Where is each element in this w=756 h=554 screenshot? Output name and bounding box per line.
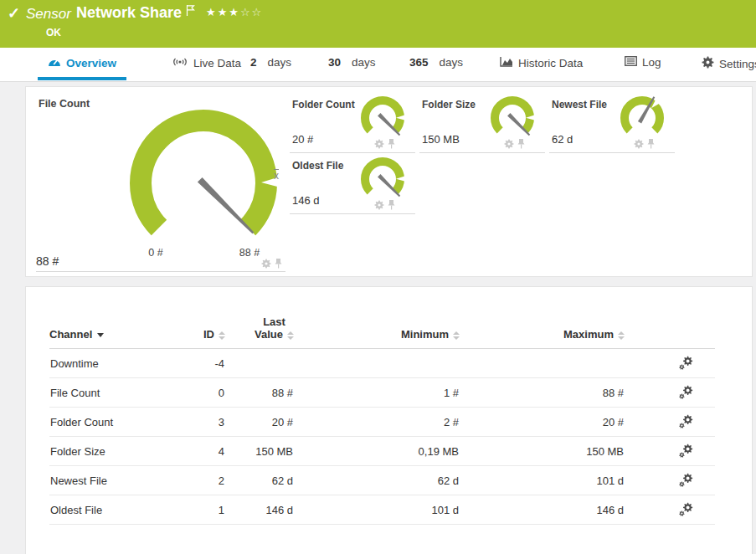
- tab-label: days: [352, 56, 376, 69]
- mini-gauge-dial: [356, 93, 409, 143]
- gauge-settings-gear-icon[interactable]: [261, 257, 271, 272]
- tab-days[interactable]: 2days: [250, 56, 291, 69]
- mini-gauge-value: 20 #: [292, 133, 313, 146]
- channel-minimum: 101 d: [294, 495, 460, 525]
- tab-label: days: [268, 56, 292, 69]
- channel-table-panel: Channel ID Last Value Minimum Maximum Do…: [25, 286, 753, 554]
- tab-overview[interactable]: Overview: [48, 56, 116, 69]
- table-row: Newest File262 d62 d101 d: [49, 466, 715, 495]
- priority-stars[interactable]: ★★★☆☆: [206, 6, 263, 18]
- channel-name: File Count: [49, 378, 175, 408]
- channel-minimum: 1 #: [294, 378, 460, 408]
- channel-actions-cell: [625, 466, 715, 495]
- channel-id: 1: [175, 495, 225, 525]
- channel-name: Newest File: [49, 466, 175, 495]
- channel-settings-icon[interactable]: [678, 356, 693, 368]
- log-icon: [625, 56, 637, 69]
- tab-label: Live Data: [193, 57, 241, 69]
- channel-settings-icon[interactable]: [678, 473, 693, 485]
- primary-gauge-value: 88 #: [36, 254, 59, 268]
- channel-id: 0: [175, 378, 225, 408]
- channel-last-value: 146 d: [225, 495, 294, 525]
- channel-id: -4: [175, 349, 225, 378]
- gauge-settings-gear-icon[interactable]: [374, 198, 384, 213]
- pin-icon[interactable]: [275, 257, 282, 272]
- sort-icon: [453, 331, 460, 340]
- tab-log[interactable]: Log: [625, 56, 661, 69]
- channel-settings-icon[interactable]: [678, 385, 693, 398]
- channel-name: Downtime: [49, 349, 175, 378]
- tab-days[interactable]: 365days: [409, 56, 463, 69]
- sort-header-maximum[interactable]: Maximum: [460, 315, 625, 349]
- tab-live-data[interactable]: Live Data: [172, 56, 241, 70]
- ok-check-icon: ✓: [8, 4, 20, 23]
- sort-icon: [618, 331, 625, 340]
- channel-actions-cell: [625, 495, 715, 525]
- tab-settings[interactable]: Settings: [702, 56, 756, 71]
- sort-header-id[interactable]: ID: [175, 315, 225, 349]
- channel-settings-icon[interactable]: [678, 502, 693, 515]
- mini-gauge-value: 146 d: [292, 194, 320, 207]
- file-count-gauge: [120, 97, 287, 264]
- flag-icon[interactable]: [186, 4, 195, 20]
- mini-gauge-dial: [486, 93, 539, 143]
- channel-actions-cell: [625, 378, 715, 408]
- channel-settings-icon[interactable]: [678, 444, 693, 456]
- channel-id: 2: [175, 466, 225, 495]
- table-row: Folder Count320 #2 #20 #: [49, 408, 715, 437]
- divider: [36, 271, 285, 272]
- sort-header-minimum[interactable]: Minimum: [294, 315, 460, 349]
- gauge-settings-gear-icon[interactable]: [634, 137, 644, 152]
- channel-last-value: 20 #: [225, 408, 294, 437]
- channel-id: 3: [175, 408, 225, 437]
- sort-header-last-value[interactable]: Last Value: [225, 315, 294, 349]
- tab-days[interactable]: 30days: [328, 56, 376, 69]
- pin-icon[interactable]: [388, 198, 395, 213]
- channel-maximum: 150 MB: [460, 437, 625, 466]
- mini-gauge-dial: [356, 154, 409, 204]
- sort-header-channel[interactable]: Channel: [49, 315, 175, 349]
- mini-gauge-label: Oldest File: [292, 160, 343, 172]
- tab-label: days: [440, 56, 464, 69]
- channel-name: Folder Count: [49, 408, 175, 437]
- channel-table: Channel ID Last Value Minimum Maximum Do…: [49, 315, 715, 525]
- tab-historic-data[interactable]: Historic Data: [500, 56, 583, 69]
- tab-number: 2: [250, 56, 257, 69]
- tab-label: Overview: [66, 57, 116, 69]
- tab-label: Historic Data: [518, 57, 583, 69]
- channel-maximum: 146 d: [460, 495, 625, 525]
- mini-gauge-label: Newest File: [552, 99, 607, 110]
- channel-maximum: 88 #: [460, 378, 625, 408]
- table-row: Oldest File1146 d101 d146 d: [49, 495, 715, 525]
- sensor-status-header: ✓ Sensor Network Share ★★★☆☆ OK: [0, 0, 756, 48]
- tab-number: 365: [409, 56, 429, 69]
- table-row: File Count088 #1 #88 #: [49, 378, 715, 408]
- channel-minimum: 0,19 MB: [294, 437, 460, 466]
- sort-icon: [219, 331, 225, 340]
- channel-name: Oldest File: [49, 495, 175, 525]
- gauge-settings-gear-icon[interactable]: [504, 137, 514, 152]
- pin-icon[interactable]: [517, 137, 525, 152]
- mini-gauge-value: 62 d: [552, 133, 573, 146]
- gear-icon: [702, 56, 714, 71]
- channel-minimum: 62 d: [294, 466, 460, 495]
- gauge-icon: [48, 56, 61, 69]
- primary-gauge-label: File Count: [39, 98, 90, 110]
- channel-settings-icon[interactable]: [678, 414, 693, 427]
- chart-icon: [500, 56, 513, 69]
- gauges-panel: File Count x 0 # 88 # 88 # Folder Count2…: [25, 86, 753, 277]
- channel-last-value: [225, 349, 294, 378]
- pin-icon[interactable]: [388, 137, 395, 152]
- actions-header: [625, 315, 715, 349]
- mini-gauge-label: Folder Count: [292, 99, 355, 110]
- gauge-settings-gear-icon[interactable]: [374, 137, 384, 152]
- divider: [419, 152, 545, 153]
- sort-icon: [287, 331, 294, 340]
- pin-icon[interactable]: [647, 137, 655, 152]
- gauge-scale-min: 0 #: [131, 247, 181, 259]
- sort-desc-icon: [97, 333, 104, 337]
- channel-last-value: 150 MB: [225, 437, 294, 466]
- channel-maximum: 101 d: [460, 466, 625, 495]
- channel-maximum: 20 #: [460, 408, 625, 437]
- table-header-row: Channel ID Last Value Minimum Maximum: [49, 315, 715, 349]
